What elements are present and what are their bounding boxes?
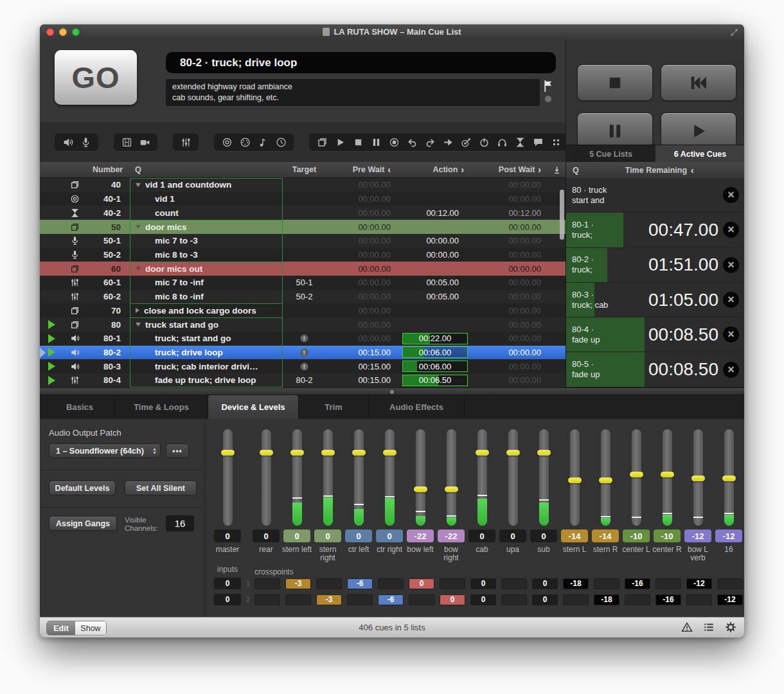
- play-icon[interactable]: [332, 136, 348, 148]
- fader-track[interactable]: [570, 429, 580, 526]
- fader-handle[interactable]: [537, 450, 551, 456]
- fader-track[interactable]: [447, 429, 456, 526]
- cue-row-80-2[interactable]: 80-2truck; drive loop00:15.0000:06.0000:…: [40, 346, 566, 360]
- pre-wait-cell[interactable]: 00:00.00: [326, 222, 400, 232]
- pre-wait-cell[interactable]: 00:15.00: [326, 362, 400, 371]
- target-cell[interactable]: [283, 362, 326, 371]
- crosspoint-cell[interactable]: -12: [717, 594, 743, 605]
- target-cell[interactable]: [283, 334, 326, 343]
- warning-icon[interactable]: [681, 621, 693, 633]
- tab-cue-lists[interactable]: 5 Cue Lists: [566, 145, 655, 163]
- target-cell[interactable]: 50-1: [283, 278, 326, 287]
- disclosure-open-icon[interactable]: [136, 183, 141, 187]
- post-wait-cell[interactable]: 00:00.00: [472, 236, 548, 245]
- pre-wait-cell[interactable]: 00:00.00: [326, 208, 400, 218]
- crosspoint-cell[interactable]: [409, 594, 434, 605]
- pre-wait-cell[interactable]: 00:00.00: [326, 334, 400, 343]
- target-cell[interactable]: 50-2: [283, 292, 326, 301]
- crosspoint-cell[interactable]: -6: [347, 578, 373, 589]
- cue-row-40-2[interactable]: 40-2count00:00.0000:12.0000:12.00: [40, 206, 566, 220]
- load-arrow-icon[interactable]: [548, 166, 566, 174]
- column-target[interactable]: Target: [283, 165, 326, 174]
- undo-icon[interactable]: [404, 136, 420, 148]
- channel-level-field[interactable]: 0: [345, 529, 372, 542]
- channel-level-field[interactable]: -10: [623, 529, 650, 542]
- fader-handle[interactable]: [691, 476, 705, 481]
- fader-handle[interactable]: [722, 476, 736, 481]
- crosspoint-cell[interactable]: [378, 578, 404, 589]
- fader-track[interactable]: [323, 429, 333, 526]
- pre-wait-cell[interactable]: 00:00.00: [326, 180, 400, 190]
- cue-row-50-2[interactable]: 50-2mic 8 to -300:00.0000:00.0000:00.00: [40, 248, 566, 262]
- crosspoint-cell[interactable]: 0: [532, 578, 558, 589]
- pre-wait-cell[interactable]: 00:00.00: [326, 320, 400, 330]
- fader-track[interactable]: [292, 429, 302, 526]
- post-wait-cell[interactable]: 00:00.00: [472, 250, 548, 260]
- fader-track[interactable]: [539, 429, 549, 526]
- channel-level-field[interactable]: 0: [283, 529, 310, 542]
- channel-level-field[interactable]: 0: [314, 529, 341, 542]
- channel-level-field[interactable]: -14: [592, 529, 619, 542]
- channel-level-field[interactable]: 0: [253, 529, 280, 542]
- crosspoint-cell[interactable]: [594, 578, 619, 589]
- disclosure-open-icon[interactable]: [136, 267, 141, 271]
- active-cue-row[interactable]: 80-5 ·fade up00:08.50×: [566, 352, 744, 387]
- crosspoint-cell[interactable]: -12: [686, 578, 712, 589]
- post-wait-cell[interactable]: 00:00.00: [472, 375, 548, 385]
- fader-track[interactable]: [601, 429, 610, 526]
- stop-button[interactable]: [577, 64, 653, 101]
- set-all-silent-button[interactable]: Set All Silent: [125, 481, 197, 495]
- post-wait-cell[interactable]: 00:00.00: [472, 264, 548, 274]
- post-wait-cell[interactable]: 00:00.00: [472, 320, 548, 330]
- assign-gangs-button[interactable]: Assign Gangs: [49, 516, 117, 531]
- flag-icon[interactable]: [542, 79, 555, 93]
- cue-row-80-1[interactable]: 80-1truck; start and go00:00.0000:22.000…: [40, 332, 566, 346]
- post-wait-cell[interactable]: 00:00.00: [472, 194, 548, 204]
- camera-icon[interactable]: [137, 136, 152, 148]
- column-q[interactable]: Q: [130, 165, 283, 174]
- pre-wait-cell[interactable]: 00:00.00: [326, 194, 400, 204]
- action-cell[interactable]: 00:06.50: [400, 375, 472, 386]
- power-icon[interactable]: [476, 136, 492, 148]
- crosspoint-cell[interactable]: [501, 578, 527, 589]
- crosspoint-cell[interactable]: 0: [470, 578, 496, 589]
- inspector-tab-device-levels[interactable]: Device & Levels: [208, 395, 299, 419]
- cue-row-40-1[interactable]: 40-1vid 100:00.0000:00.00: [40, 192, 566, 206]
- crosspoint-cell[interactable]: [655, 578, 681, 589]
- action-cell[interactable]: 00:05.00: [400, 292, 472, 301]
- stop-cue-button[interactable]: ×: [723, 187, 739, 203]
- vertical-scrollbar[interactable]: [560, 190, 564, 240]
- crosspoint-cell[interactable]: -3: [316, 594, 342, 605]
- action-cell[interactable]: 00:22.00: [400, 333, 472, 344]
- stop-cue-button[interactable]: ×: [723, 362, 739, 378]
- fader-track[interactable]: [354, 429, 364, 526]
- cue-row-60-2[interactable]: 60-2mic 8 to -inf50-200:00.0000:05.0000:…: [40, 290, 566, 304]
- inspector-tab-audio-effects[interactable]: Audio Effects: [369, 395, 465, 419]
- audio-patch-select[interactable]: 1 – Soundflower (64ch) ▲▼: [49, 443, 161, 458]
- pre-wait-cell[interactable]: 00:00.00: [326, 306, 400, 316]
- channel-level-field[interactable]: -22: [438, 529, 465, 542]
- crosspoint-cell[interactable]: [440, 578, 465, 589]
- redo-icon[interactable]: [422, 136, 438, 148]
- cue-row-60[interactable]: 60door mics out00:00.0000:00.00: [40, 262, 566, 276]
- cue-row-70[interactable]: 70close and lock cargo doors00:00.0000:0…: [40, 303, 566, 317]
- action-cell[interactable]: 00:06.00: [400, 360, 472, 372]
- fader-track[interactable]: [724, 429, 734, 526]
- cue-row-80-3[interactable]: 80-3truck; cab interior drivi…00:15.0000…: [40, 359, 566, 373]
- fader-track[interactable]: [385, 429, 395, 526]
- target-cell[interactable]: 80-2: [283, 375, 326, 385]
- dots-icon[interactable]: [548, 136, 564, 148]
- arrow-right-icon[interactable]: [440, 136, 456, 148]
- stop-cue-button[interactable]: ×: [723, 292, 739, 308]
- fader-handle[interactable]: [506, 450, 520, 456]
- pre-wait-cell[interactable]: 00:00.00: [326, 236, 400, 245]
- list-icon[interactable]: [703, 621, 715, 633]
- active-cue-row[interactable]: 80-1 ·truck;00:47.00×: [566, 213, 744, 247]
- rewind-button[interactable]: [661, 64, 736, 101]
- gear-icon[interactable]: [725, 621, 736, 633]
- visible-channels-field[interactable]: 16: [166, 515, 194, 531]
- post-wait-cell[interactable]: 00:00.00: [472, 348, 548, 357]
- crosspoint-cell[interactable]: 0: [532, 594, 558, 605]
- headphones-icon[interactable]: [494, 136, 510, 148]
- action-cell[interactable]: 00:05.00: [400, 278, 472, 287]
